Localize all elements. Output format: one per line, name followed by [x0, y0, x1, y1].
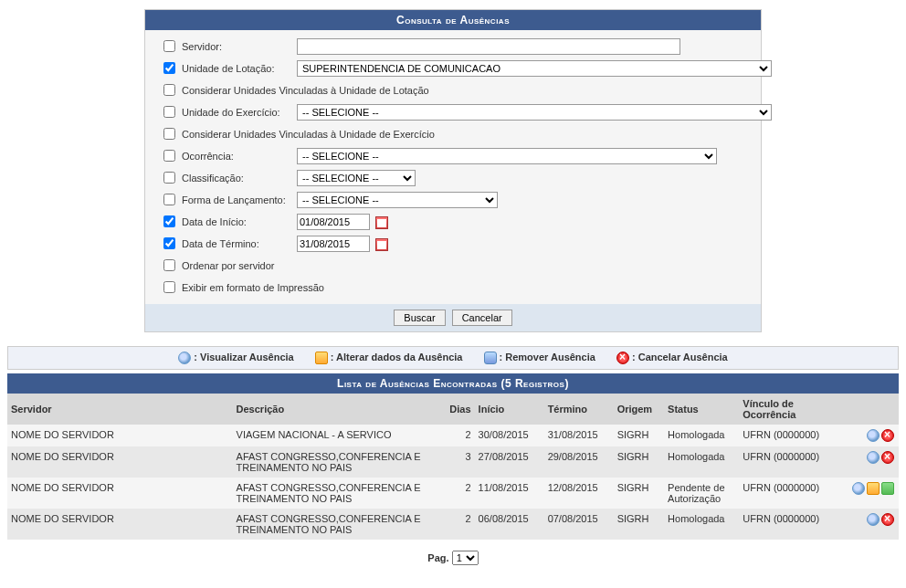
view-icon — [178, 352, 191, 364]
servidor-checkbox[interactable] — [163, 40, 175, 52]
cell-descricao: AFAST CONGRESSO,CONFERENCIA E TREINAMENT… — [233, 478, 439, 509]
cell-actions — [833, 425, 899, 446]
cell-inicio: 11/08/2015 — [475, 478, 544, 509]
cell-descricao: VIAGEM NACIONAL - A SERVICO — [233, 425, 439, 446]
view-icon[interactable] — [867, 451, 880, 464]
remove-icon — [484, 352, 497, 364]
forma-lancamento-select[interactable]: -- SELECIONE -- — [297, 192, 498, 208]
ocorrencia-select[interactable]: -- SELECIONE -- — [297, 148, 717, 164]
view-icon[interactable] — [867, 513, 880, 526]
considerar-exercicio-label: Considerar Unidades Vinculadas à Unidade… — [178, 129, 435, 140]
calendar-icon[interactable] — [375, 216, 388, 229]
data-inicio-checkbox[interactable] — [163, 215, 175, 227]
cell-status: Homologada — [664, 446, 739, 478]
unidade-exercicio-checkbox[interactable] — [163, 106, 175, 118]
pager-label: Pag. — [427, 552, 448, 563]
considerar-exercicio-checkbox[interactable] — [163, 128, 175, 140]
data-termino-input[interactable] — [297, 236, 370, 252]
view-icon[interactable] — [852, 482, 865, 495]
buscar-button[interactable]: Buscar — [394, 310, 445, 326]
table-row: NOME DO SERVIDORAFAST CONGRESSO,CONFEREN… — [7, 509, 899, 540]
cell-servidor: NOME DO SERVIDOR — [7, 446, 233, 478]
cell-origem: SIGRH — [614, 478, 664, 509]
results-title: Lista de Ausências Encontradas (5 Regist… — [7, 373, 899, 394]
cell-descricao: AFAST CONGRESSO,CONFERENCIA E TREINAMENT… — [233, 446, 439, 478]
considerar-lotacao-label: Considerar Unidades Vinculadas à Unidade… — [178, 85, 429, 96]
cell-servidor: NOME DO SERVIDOR — [7, 478, 233, 509]
unidade-lotacao-select[interactable]: SUPERINTENDENCIA DE COMUNICACAO — [297, 60, 772, 77]
col-termino: Término — [544, 394, 614, 425]
classificacao-label: Classificação: — [178, 173, 297, 184]
legend-cancel-label: Cancelar Ausência — [638, 352, 728, 362]
col-vinculo: Vínculo de Ocorrência — [739, 394, 833, 425]
cell-dias: 2 — [439, 509, 475, 540]
exibir-impressao-checkbox[interactable] — [163, 281, 175, 293]
cell-inicio: 27/08/2015 — [475, 446, 544, 478]
cell-termino: 07/08/2015 — [544, 509, 614, 540]
considerar-lotacao-checkbox[interactable] — [163, 84, 175, 96]
edit-icon — [315, 352, 328, 364]
cell-vinculo: UFRN (0000000) — [739, 478, 833, 509]
exibir-impressao-label: Exibir em formato de Impressão — [178, 282, 324, 293]
cancelar-button[interactable]: Cancelar — [452, 310, 512, 326]
cancel-icon[interactable] — [881, 513, 894, 526]
table-row: NOME DO SERVIDORVIAGEM NACIONAL - A SERV… — [7, 425, 899, 446]
trash-icon[interactable] — [881, 482, 894, 495]
cell-status: Pendente de Autorização — [664, 478, 739, 509]
ordenar-servidor-checkbox[interactable] — [163, 259, 175, 271]
cell-origem: SIGRH — [614, 425, 664, 446]
classificacao-checkbox[interactable] — [163, 172, 175, 184]
data-inicio-label: Data de Início: — [178, 216, 297, 227]
cell-vinculo: UFRN (0000000) — [739, 509, 833, 540]
cell-dias: 3 — [439, 446, 475, 478]
cell-dias: 2 — [439, 478, 475, 509]
cell-actions — [833, 509, 899, 540]
cell-vinculo: UFRN (0000000) — [739, 446, 833, 478]
ordenar-servidor-label: Ordenar por servidor — [178, 260, 275, 271]
results-table: Servidor Descrição Dias Início Término O… — [7, 394, 899, 540]
servidor-label: Servidor: — [178, 41, 297, 52]
cell-servidor: NOME DO SERVIDOR — [7, 509, 233, 540]
col-origem: Origem — [614, 394, 664, 425]
data-inicio-input[interactable] — [297, 214, 370, 230]
cell-status: Homologada — [664, 509, 739, 540]
classificacao-select[interactable]: -- SELECIONE -- — [297, 170, 416, 186]
pager: Pag. 1 — [7, 551, 899, 565]
cell-servidor: NOME DO SERVIDOR — [7, 425, 233, 446]
pager-select[interactable]: 1 — [452, 551, 479, 565]
col-status: Status — [664, 394, 739, 425]
forma-lancamento-checkbox[interactable] — [163, 194, 175, 205]
unidade-lotacao-checkbox[interactable] — [163, 62, 175, 74]
col-descricao: Descrição — [233, 394, 439, 425]
col-dias: Dias — [439, 394, 475, 425]
forma-lancamento-label: Forma de Lançamento: — [178, 194, 297, 205]
cell-vinculo: UFRN (0000000) — [739, 425, 833, 446]
calendar-icon[interactable] — [375, 238, 388, 251]
legend-view-label: Visualizar Ausência — [200, 352, 294, 362]
ocorrencia-checkbox[interactable] — [163, 150, 175, 162]
table-row: NOME DO SERVIDORAFAST CONGRESSO,CONFEREN… — [7, 478, 899, 509]
cell-status: Homologada — [664, 425, 739, 446]
cancel-icon[interactable] — [881, 429, 894, 442]
cell-dias: 2 — [439, 425, 475, 446]
cell-termino: 12/08/2015 — [544, 478, 614, 509]
cell-termino: 29/08/2015 — [544, 446, 614, 478]
cell-descricao: AFAST CONGRESSO,CONFERENCIA E TREINAMENT… — [233, 509, 439, 540]
data-termino-label: Data de Término: — [178, 238, 297, 249]
unidade-lotacao-label: Unidade de Lotação: — [178, 63, 297, 74]
cancel-icon — [616, 352, 629, 364]
ocorrencia-label: Ocorrência: — [178, 151, 297, 162]
cancel-icon[interactable] — [881, 451, 894, 464]
col-servidor: Servidor — [7, 394, 233, 425]
table-row: NOME DO SERVIDORAFAST CONGRESSO,CONFEREN… — [7, 446, 899, 478]
col-inicio: Início — [475, 394, 544, 425]
cell-actions — [833, 446, 899, 478]
edit-icon[interactable] — [867, 482, 880, 495]
legend-edit-label: Alterar dados da Ausência — [336, 352, 462, 362]
cell-termino: 31/08/2015 — [544, 425, 614, 446]
view-icon[interactable] — [867, 429, 880, 442]
data-termino-checkbox[interactable] — [163, 237, 175, 249]
servidor-input[interactable] — [297, 38, 680, 55]
cell-inicio: 06/08/2015 — [475, 509, 544, 540]
unidade-exercicio-select[interactable]: -- SELECIONE -- — [297, 104, 772, 121]
